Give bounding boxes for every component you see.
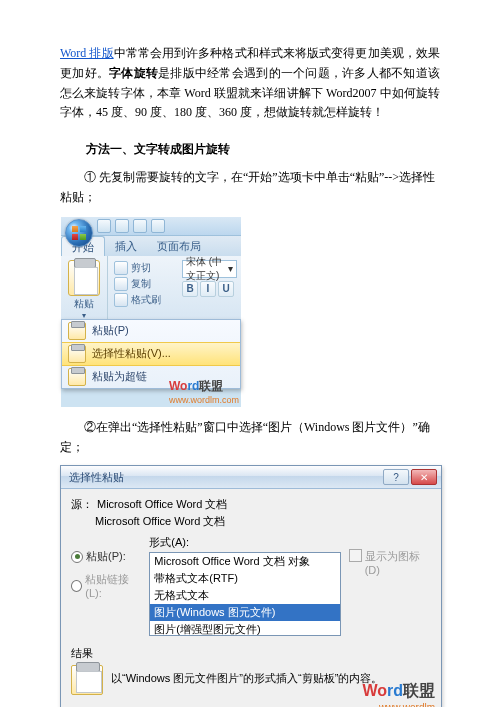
- qat-print-icon[interactable]: [151, 219, 165, 233]
- format-painter-label: 格式刷: [131, 293, 161, 307]
- checkbox-icon: [349, 549, 361, 562]
- format-painter-button[interactable]: 格式刷: [114, 292, 174, 308]
- scissors-icon: [114, 261, 128, 275]
- cut-label: 剪切: [131, 261, 151, 275]
- show-as-icon-row: 显示为图标(D): [349, 535, 431, 576]
- step-2-text: ②在弹出“选择性粘贴”窗口中选择“图片（Windows 图片文件）”确定；: [60, 418, 440, 458]
- menu-paste[interactable]: 粘贴(P): [62, 320, 240, 342]
- clipboard-mini-buttons: 剪切 复制 格式刷: [108, 256, 178, 320]
- menu-paste-special[interactable]: 选择性粘贴(V)...: [62, 342, 240, 366]
- bold-button[interactable]: B: [182, 281, 198, 297]
- paste-label: 粘贴: [61, 297, 107, 311]
- copy-label: 复制: [131, 277, 151, 291]
- copy-icon: [114, 277, 128, 291]
- radio-icon: [71, 580, 82, 592]
- clipboard-icon: [68, 322, 86, 340]
- intro-bold: 字体旋转: [109, 66, 158, 80]
- tab-page-layout[interactable]: 页面布局: [147, 236, 211, 256]
- chevron-down-icon: ▾: [228, 263, 233, 274]
- menu-paste-special-label: 选择性粘贴(V)...: [92, 346, 171, 361]
- dialog-titlebar: 选择性粘贴 ? ✕: [61, 466, 441, 489]
- radio-paste-link-label: 粘贴链接(L):: [85, 572, 141, 599]
- clipboard-icon: [68, 345, 86, 363]
- qat-redo-icon[interactable]: [133, 219, 147, 233]
- figure-paste-special-dialog: 选择性粘贴 ? ✕ 源： Microsoft Office Word 文档 Mi…: [60, 465, 442, 707]
- figure-word-ribbon: 开始 插入 页面布局 粘贴 ▾ 剪切 复制 格式刷 宋体 (中文正文) ▾: [60, 216, 242, 408]
- brush-icon: [114, 293, 128, 307]
- list-item[interactable]: Microsoft Office Word 文档 对象: [150, 553, 340, 570]
- radio-paste[interactable]: 粘贴(P):: [71, 549, 141, 564]
- word-typeset-link[interactable]: Word 排版: [60, 46, 114, 60]
- show-as-icon-label: 显示为图标(D): [365, 549, 431, 576]
- qat-save-icon[interactable]: [97, 219, 111, 233]
- step-1-text: ① 先复制需要旋转的文字，在“开始”选项卡中单击“粘贴”-->选择性粘贴；: [60, 168, 440, 208]
- menu-paste-label: 粘贴(P): [92, 323, 129, 338]
- radio-paste-label: 粘贴(P):: [86, 549, 126, 564]
- list-item[interactable]: 图片(增强型图元文件): [150, 621, 340, 636]
- watermark: Word联盟 www.wordlm.com: [169, 378, 239, 405]
- source-value: Microsoft Office Word 文档: [97, 497, 227, 512]
- clipboard-icon: [68, 368, 86, 386]
- radio-column: 粘贴(P): 粘贴链接(L):: [71, 535, 141, 607]
- close-button[interactable]: ✕: [411, 469, 437, 485]
- font-toolbar: B I U: [182, 281, 237, 297]
- list-item[interactable]: 带格式文本(RTF): [150, 570, 340, 587]
- copy-button[interactable]: 复制: [114, 276, 174, 292]
- radio-paste-link: 粘贴链接(L):: [71, 572, 141, 599]
- clipboard-icon: [68, 260, 100, 296]
- qat-undo-icon[interactable]: [115, 219, 129, 233]
- dialog-body: 源： Microsoft Office Word 文档 Microsoft Of…: [61, 489, 441, 707]
- radio-icon: [71, 551, 83, 563]
- dialog-title: 选择性粘贴: [69, 470, 124, 485]
- method-1-title: 方法一、文字转成图片旋转: [86, 141, 440, 158]
- ribbon-body: 粘贴 ▾ 剪切 复制 格式刷 宋体 (中文正文) ▾ B I U: [61, 256, 241, 320]
- list-item-selected[interactable]: 图片(Windows 图元文件): [150, 604, 340, 621]
- list-item[interactable]: 无格式文本: [150, 587, 340, 604]
- font-name-dropdown[interactable]: 宋体 (中文正文) ▾: [182, 260, 237, 278]
- font-name-value: 宋体 (中文正文): [186, 255, 228, 283]
- help-button[interactable]: ?: [383, 469, 409, 485]
- menu-paste-link-label: 粘贴为超链: [92, 369, 147, 384]
- font-group: 宋体 (中文正文) ▾ B I U: [178, 256, 241, 320]
- clipboard-icon: [71, 665, 103, 695]
- office-orb-icon[interactable]: [65, 219, 93, 247]
- intro-paragraph: Word 排版中常常会用到许多种格式和样式来将版式变得更加美观，效果更加好。字体…: [60, 44, 440, 123]
- format-listbox[interactable]: Microsoft Office Word 文档 对象 带格式文本(RTF) 无…: [149, 552, 341, 636]
- cut-button[interactable]: 剪切: [114, 260, 174, 276]
- source-row: 源： Microsoft Office Word 文档: [71, 497, 431, 512]
- tab-insert[interactable]: 插入: [105, 236, 147, 256]
- italic-button[interactable]: I: [200, 281, 216, 297]
- result-text: 以“Windows 图元文件图片”的形式插入“剪贴板”的内容。: [111, 665, 382, 686]
- underline-button[interactable]: U: [218, 281, 234, 297]
- source-value-2: Microsoft Office Word 文档: [95, 514, 431, 529]
- source-label: 源：: [71, 497, 93, 512]
- format-label: 形式(A):: [149, 535, 341, 550]
- result-label: 结果: [71, 646, 431, 661]
- paste-split-button[interactable]: 粘贴 ▾: [61, 256, 108, 320]
